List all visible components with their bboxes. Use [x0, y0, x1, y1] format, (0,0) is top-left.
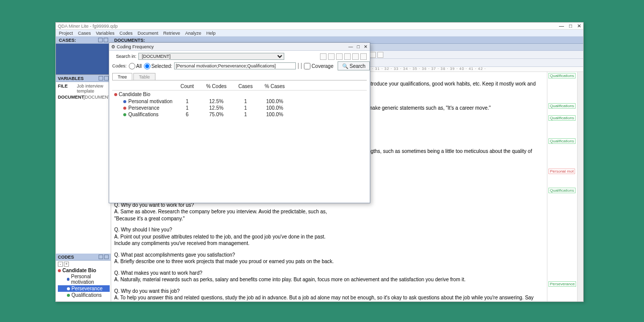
var-document-label: DOCUMENT	[58, 95, 80, 100]
menu-analyze[interactable]: Analyze	[185, 31, 201, 36]
panel-btn-icon[interactable]	[104, 76, 109, 80]
dialog-maximize-icon[interactable]: □	[357, 44, 360, 49]
left-column: VARIABLES FILEJob interview template DOC…	[56, 44, 111, 301]
tab-tree[interactable]: Tree	[112, 73, 132, 80]
result-category[interactable]: Candidate Bio	[112, 91, 367, 98]
result-row[interactable]: Qualifications675.0%1100.0%	[112, 111, 367, 118]
search-in-select[interactable]: [DOCUMENT]	[138, 53, 284, 60]
dlg-tool-icon[interactable]	[328, 53, 335, 60]
codes-picker-icon[interactable]	[298, 63, 299, 69]
code-category[interactable]: Candidate Bio	[58, 268, 110, 273]
margin-tag[interactable]: Perseverance	[548, 281, 576, 287]
dlg-tool-icon[interactable]	[344, 53, 351, 60]
doc-line[interactable]	[114, 222, 543, 226]
menu-document[interactable]: Document	[137, 31, 158, 36]
coding-frequency-dialog: ⚙ Coding Frequency — □ ✕ Search in: [DOC…	[109, 42, 370, 203]
code-item-perseverance[interactable]: Perseverance	[58, 285, 110, 292]
cases-panel-header: CASES:	[56, 37, 111, 44]
vertical-scrollbar[interactable]	[577, 72, 583, 301]
doc-line[interactable]: Q. What makes you want to work hard?	[114, 270, 543, 277]
panel-btn-icon[interactable]	[99, 76, 103, 80]
tree-expand-icon[interactable]: +	[64, 262, 69, 267]
var-document-value: [DOCUMENT]	[84, 95, 112, 100]
margin-tag[interactable]: Qualifications	[548, 138, 576, 144]
doc-line[interactable]	[114, 266, 543, 270]
dlg-save-icon[interactable]	[352, 53, 359, 60]
list-icon[interactable]	[377, 52, 383, 58]
category-bullet-icon	[58, 269, 61, 272]
cases-list[interactable]	[56, 44, 111, 75]
codes-tree: -+ Candidate Bio Personal motivation Per…	[56, 261, 111, 301]
codes-selected-input[interactable]	[174, 62, 296, 69]
panel-btn-icon[interactable]	[104, 255, 109, 259]
var-file-label: FILE	[58, 84, 74, 94]
maximize-icon[interactable]: □	[569, 23, 572, 29]
doc-line[interactable]: Q. What past accomplishments gave you sa…	[114, 252, 543, 259]
variables-label: VARIABLES	[58, 76, 84, 81]
bullet-icon	[123, 113, 126, 116]
panel-btn-icon[interactable]	[98, 38, 103, 42]
doc-line[interactable]: Include any compliments you've received …	[114, 240, 543, 247]
codes-selected-radio[interactable]: Selected:	[144, 63, 173, 69]
codes-picker-icon[interactable]	[301, 63, 302, 69]
code-category-label: Candidate Bio	[62, 268, 96, 273]
code-margin: QualificationsQualificationsQualificatio…	[547, 72, 577, 301]
doc-line[interactable]: Q. Why do you want this job?	[114, 288, 543, 295]
dialog-close-icon[interactable]: ✕	[364, 44, 368, 49]
margin-tag[interactable]: Qualifications	[548, 115, 576, 121]
bullet-icon	[67, 287, 70, 290]
list-icon[interactable]	[370, 52, 376, 58]
doc-line[interactable]: Q. Why should I hire you?	[114, 227, 543, 233]
dlg-tool-icon[interactable]	[320, 53, 327, 60]
doc-line[interactable]	[114, 248, 543, 252]
doc-line[interactable]: A. Same as above. Research the company b…	[114, 209, 543, 215]
dialog-icon: ⚙	[111, 44, 115, 49]
code-item-qualifications[interactable]: Qualifications	[58, 292, 110, 298]
dlg-chart-icon[interactable]	[336, 53, 343, 60]
panel-btn-icon[interactable]	[99, 255, 103, 259]
coverage-checkbox[interactable]: Coverage	[304, 63, 333, 69]
app-title: QDA Miner Lite - fg99999.qdp	[58, 24, 118, 29]
doc-line[interactable]: A. Naturally, material rewards such as p…	[114, 277, 543, 283]
panel-btn-icon[interactable]	[104, 38, 108, 42]
menu-retrieve[interactable]: Retrieve	[163, 31, 180, 36]
menu-project[interactable]: Project	[59, 31, 73, 36]
search-in-label: Search in:	[112, 54, 136, 59]
menu-cases[interactable]: Cases	[78, 31, 91, 36]
cases-label: CASES:	[59, 38, 76, 43]
menu-variables[interactable]: Variables	[96, 31, 115, 36]
doc-line[interactable]: A. To help you answer this and related q…	[114, 295, 543, 301]
doc-line[interactable]: A. Point out your positive attributes re…	[114, 234, 543, 240]
titlebar: QDA Miner Lite - fg99999.qdp — □ ✕	[56, 23, 583, 30]
window-controls: — □ ✕	[559, 23, 581, 29]
dialog-minimize-icon[interactable]: —	[349, 44, 353, 49]
variables-panel-header: VARIABLES	[56, 75, 111, 82]
close-icon[interactable]: ✕	[577, 23, 581, 29]
menu-help[interactable]: Help	[206, 31, 216, 36]
result-row[interactable]: Personal motivation112.5%1100.0%	[112, 98, 367, 105]
col-pcodes: % Codes	[202, 84, 231, 89]
doc-line[interactable]: A. Briefly describe one to three work pr…	[114, 259, 543, 265]
col-cases: Cases	[231, 84, 260, 89]
doc-line[interactable]	[114, 284, 543, 288]
margin-tag[interactable]: Qualifications	[548, 103, 576, 109]
codes-label: CODES	[58, 255, 74, 260]
dialog-body: Search in: [DOCUMENT] Codes: All Selecte…	[109, 51, 370, 203]
code-item-personal-motivation[interactable]: Personal motivation	[58, 273, 110, 285]
result-table: Count % Codes Cases % Cases Candidate Bi…	[112, 83, 367, 118]
margin-tag[interactable]: Qualifications	[548, 188, 576, 193]
result-row[interactable]: Perseverance112.5%1100.0%	[112, 105, 367, 111]
tree-collapse-icon[interactable]: -	[58, 262, 63, 267]
bullet-icon	[123, 107, 126, 110]
doc-line[interactable]: "Because it's a great company."	[114, 216, 543, 222]
search-button[interactable]: 🔍Search	[338, 61, 370, 70]
tab-table[interactable]: Table	[133, 73, 155, 80]
minimize-icon[interactable]: —	[559, 23, 564, 29]
dlg-print-icon[interactable]	[360, 53, 367, 60]
codes-all-radio[interactable]: All	[129, 63, 142, 69]
menu-codes[interactable]: Codes	[119, 31, 132, 36]
codes-label: Codes:	[112, 63, 127, 68]
margin-tag[interactable]: Personal mot	[548, 169, 575, 174]
col-count: Count	[173, 84, 202, 89]
margin-tag[interactable]: Qualifications	[548, 73, 576, 78]
